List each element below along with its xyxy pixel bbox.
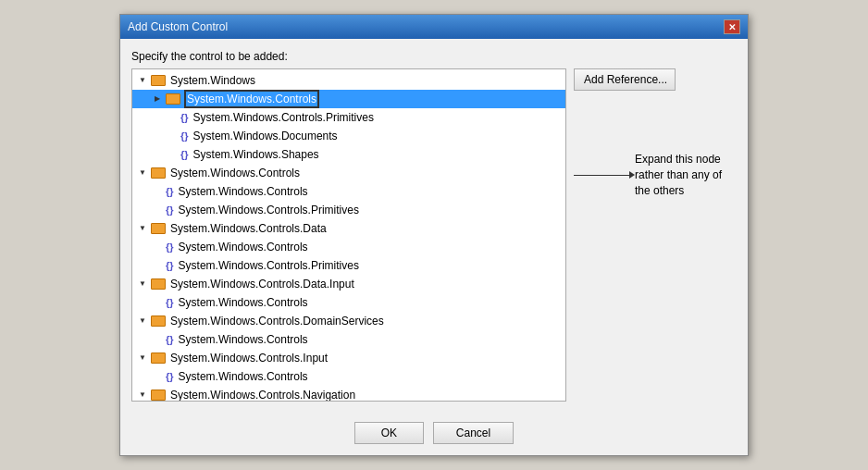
tree-panel[interactable]: System.WindowsSystem.Windows.ControlsSys… bbox=[131, 68, 566, 402]
tree-item[interactable]: System.Windows.Controls.Navigation bbox=[132, 386, 565, 402]
type-icon bbox=[166, 183, 176, 200]
tree-item[interactable]: System.Windows bbox=[132, 71, 565, 90]
tree-item-label: System.Windows.Controls bbox=[179, 331, 308, 348]
tree-item-label: System.Windows.Controls.DomainServices bbox=[170, 313, 384, 329]
tree-item-label: System.Windows.Controls bbox=[170, 165, 300, 181]
namespace-icon bbox=[166, 93, 182, 105]
tree-expander-icon[interactable] bbox=[136, 222, 149, 235]
tree-expander-icon[interactable] bbox=[136, 389, 149, 402]
type-icon bbox=[180, 146, 191, 163]
type-icon bbox=[166, 368, 176, 385]
tree-item-label: System.Windows.Controls bbox=[179, 368, 308, 385]
prompt-label: Specify the control to be added: bbox=[131, 50, 737, 63]
tree-item-label: System.Windows bbox=[170, 72, 255, 89]
type-icon bbox=[166, 294, 176, 311]
tree-item[interactable]: System.Windows.Controls bbox=[132, 367, 565, 386]
tree-item[interactable]: System.Windows.Controls bbox=[132, 330, 565, 349]
tree-item[interactable]: System.Windows.Controls.Data.Input bbox=[132, 275, 565, 293]
right-panel: Add Reference... Expand this node rather… bbox=[574, 68, 737, 198]
tree-expander-icon[interactable] bbox=[136, 315, 149, 328]
tree-item-label: System.Windows.Controls bbox=[179, 183, 308, 200]
namespace-icon bbox=[151, 352, 167, 364]
namespace-icon bbox=[151, 75, 167, 86]
tree-item[interactable]: System.Windows.Controls.DomainServices bbox=[132, 312, 565, 330]
tree-item[interactable]: System.Windows.Controls bbox=[132, 90, 565, 108]
tree-expander-icon[interactable] bbox=[136, 278, 149, 291]
close-button[interactable]: ✕ bbox=[724, 19, 740, 34]
ok-button[interactable]: OK bbox=[354, 422, 424, 444]
type-icon bbox=[166, 257, 176, 274]
dialog-title: Add Custom Control bbox=[128, 20, 228, 33]
tree-expander-icon[interactable] bbox=[151, 93, 164, 105]
namespace-icon bbox=[151, 278, 167, 290]
cancel-button[interactable]: Cancel bbox=[433, 422, 514, 444]
namespace-icon bbox=[151, 223, 167, 234]
tree-item-label: System.Windows.Shapes bbox=[193, 146, 319, 163]
tree-item-label: System.Windows.Controls.Input bbox=[170, 350, 328, 366]
tree-item[interactable]: System.Windows.Controls bbox=[132, 293, 565, 312]
tree-item-label: System.Windows.Controls.Primitives bbox=[193, 109, 374, 126]
tree-item-label: System.Windows.Controls.Navigation bbox=[170, 387, 355, 402]
tree-item[interactable]: System.Windows.Controls.Input bbox=[132, 349, 565, 367]
add-custom-control-dialog: Add Custom Control ✕ Specify the control… bbox=[119, 14, 749, 456]
tree-item[interactable]: System.Windows.Controls bbox=[132, 182, 565, 201]
tree-item-label: System.Windows.Controls bbox=[185, 91, 318, 107]
tree-expander-icon[interactable] bbox=[136, 352, 149, 365]
tree-item-label: System.Windows.Controls.Data.Input bbox=[170, 276, 354, 292]
tree-expander-icon[interactable] bbox=[136, 74, 149, 87]
dialog-body: Specify the control to be added: System.… bbox=[120, 39, 748, 413]
tree-item-label: System.Windows.Controls.Primitives bbox=[179, 202, 359, 218]
tree-item[interactable]: System.Windows.Controls.Primitives bbox=[132, 201, 565, 219]
tree-item[interactable]: System.Windows.Controls.Primitives bbox=[132, 108, 565, 127]
type-icon bbox=[180, 128, 191, 144]
annotation-text: Expand this node rather than any of the … bbox=[635, 152, 737, 198]
namespace-icon bbox=[151, 390, 167, 401]
type-icon bbox=[180, 109, 191, 126]
tree-item[interactable]: System.Windows.Documents bbox=[132, 127, 565, 145]
tree-item[interactable]: System.Windows.Shapes bbox=[132, 145, 565, 164]
tree-item-label: System.Windows.Controls.Data bbox=[170, 220, 327, 237]
tree-item-label: System.Windows.Controls.Primitives bbox=[179, 257, 359, 274]
tree-item-label: System.Windows.Controls bbox=[179, 239, 308, 255]
type-icon bbox=[166, 202, 176, 218]
type-icon bbox=[166, 331, 176, 348]
type-icon bbox=[166, 239, 176, 255]
tree-item[interactable]: System.Windows.Controls bbox=[132, 164, 565, 182]
tree-item[interactable]: System.Windows.Controls.Data bbox=[132, 219, 565, 238]
title-bar: Add Custom Control ✕ bbox=[120, 15, 748, 39]
add-reference-button[interactable]: Add Reference... bbox=[574, 68, 676, 91]
namespace-icon bbox=[151, 167, 167, 179]
tree-item-label: System.Windows.Controls bbox=[179, 294, 308, 311]
dialog-footer: OK Cancel bbox=[120, 413, 748, 455]
namespace-icon bbox=[151, 315, 167, 327]
tree-item[interactable]: System.Windows.Controls bbox=[132, 238, 565, 256]
tree-item-label: System.Windows.Documents bbox=[193, 128, 338, 144]
tree-item[interactable]: System.Windows.Controls.Primitives bbox=[132, 256, 565, 275]
tree-expander-icon[interactable] bbox=[136, 167, 149, 179]
